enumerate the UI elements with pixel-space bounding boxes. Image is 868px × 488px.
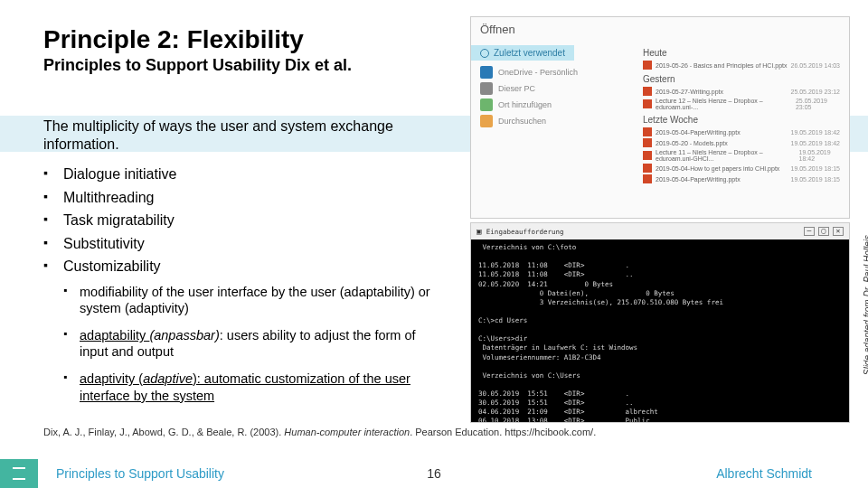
pptx-icon [643,164,652,173]
slide-number: 16 [344,466,524,481]
pptx-icon [643,174,652,183]
screenshot-cmd: ▣ Eingabeaufforderung — ▢ ✕ Verzeichnis … [470,222,850,423]
section-lastweek: Letzte Woche [643,115,840,125]
sub-paren: adaptive [143,371,193,386]
pptx-icon [643,138,652,147]
screenshot-open-dialog: Öffnen Zuletzt verwendet OneDrive - Pers… [470,16,850,219]
dialog-title: Öffnen [471,17,849,42]
footer-left: Principles to Support Usability [0,466,344,481]
sub-term: adaptivity ( [80,371,143,386]
citation-pub: . Pearson Education. https://hcibook.com… [410,427,596,437]
citation-book: Human-computer interaction [284,427,410,437]
bullet-list: Dialogue initiative Multithreading Task … [43,163,432,278]
sub-bullet-item: modifiability of the user interface by t… [43,284,432,316]
bullet-item: Substitutivity [43,232,432,256]
bullet-item: Dialogue initiative [43,163,432,186]
file-row: 2019-05-04-PaperWriting.pptx19.05.2019 1… [643,174,840,184]
recent-pill: Zuletzt verwendet [471,45,574,61]
cmd-output: Verzeichnis von C:\foto 11.05.2018 11:08… [471,239,849,423]
footer: Principles to Support Usability 16 Albre… [0,459,868,488]
minimize-icon: — [804,227,815,236]
cmd-title: ▣ Eingabeaufforderung [476,226,564,237]
file-row: 2019-05-04-PaperWriting.pptx19.05.2019 1… [643,127,840,137]
file-row: 2019-05-26 - Basics and Principles of HC… [643,60,840,70]
pptx-icon [643,127,652,136]
recent-label: Zuletzt verwendet [494,48,565,58]
pptx-icon [643,87,652,96]
side-credit: Slide adapted from Dr. Paul Holleis [863,235,868,375]
footer-accent-icon [0,459,38,488]
pptx-icon [643,61,652,70]
file-row: Lecture 12 – Niels Henze – Dropbox – edu… [643,97,840,111]
citation-authors: Dix, A. J., Finlay, J., Abowd, G. D., & … [43,427,284,437]
pptx-icon [643,99,652,108]
window-controls: — ▢ ✕ [804,227,844,236]
nav-label: Durchsuchen [498,117,546,126]
content-area: The multiplicity of ways the user and sy… [43,117,432,415]
folder-icon [480,115,493,127]
sub-bullet-item: adaptability (anpassbar): users ability … [43,327,432,360]
nav-label: Ort hinzufügen [498,100,552,109]
pc-icon [480,82,493,95]
add-icon [480,99,493,111]
file-list: Heute 2019-05-26 - Basics and Principles… [643,44,840,184]
sub-bullet-item: adaptivity (adaptive): automatic customi… [43,371,432,403]
intro-text: The multiplicity of ways the user and sy… [43,117,432,154]
bullet-item: Task migratability [43,209,432,232]
sub-term: adaptability [80,328,149,343]
bullet-item: Customizability [43,255,432,278]
footer-right: Albrecht Schmidt [524,466,868,481]
sub-paren: (anpassbar) [149,328,219,343]
section-today: Heute [643,48,840,58]
file-row: 2019-05-27-Writing.pptx25.05.2019 23:12 [643,86,840,97]
citation: Dix, A. J., Finlay, J., Abowd, G. D., & … [43,427,839,437]
file-row: 2019-05-20 - Models.pptx19.05.2019 18:42 [643,137,840,148]
nav-label: Dieser PC [498,84,535,93]
cmd-titlebar: ▣ Eingabeaufforderung — ▢ ✕ [471,223,849,239]
file-row: 2019-05-04-How to get papers into CHI.pp… [643,163,840,174]
sub-bullet-list: modifiability of the user interface by t… [43,284,432,404]
file-row: Lecture 11 – Niels Henze – Dropbox – edu… [643,148,840,163]
pptx-icon [643,151,652,160]
close-icon: ✕ [833,227,844,236]
bullet-item: Multithreading [43,186,432,210]
section-yesterday: Gestern [643,74,840,84]
maximize-icon: ▢ [818,227,829,236]
nav-label: OneDrive - Persönlich [498,68,578,77]
clock-icon [480,49,489,58]
cloud-icon [480,66,493,79]
